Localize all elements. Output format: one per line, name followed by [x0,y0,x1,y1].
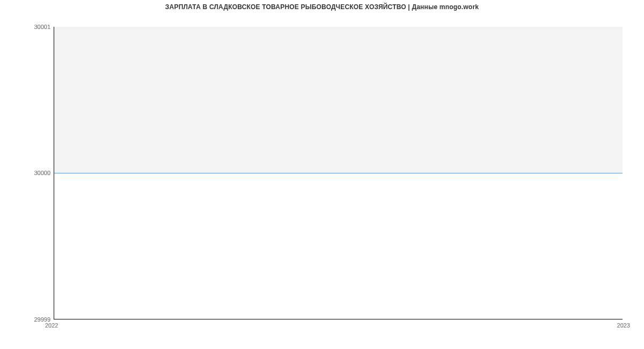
y-tick-middle: 30000 [2,170,50,176]
x-tick-right: 2023 [617,322,630,329]
chart-title: ЗАРПЛАТА В СЛАДКОВСКОЕ ТОВАРНОЕ РЫБОВОДЧ… [0,3,644,11]
salary-chart: ЗАРПЛАТА В СЛАДКОВСКОЕ ТОВАРНОЕ РЫБОВОДЧ… [0,0,644,349]
x-tick-left: 2022 [45,322,58,329]
y-tick-bottom: 29999 [2,316,50,323]
y-tick-top: 30001 [2,24,50,30]
area-fill [54,27,623,173]
series-line [54,173,623,173]
plot-area [54,27,623,319]
